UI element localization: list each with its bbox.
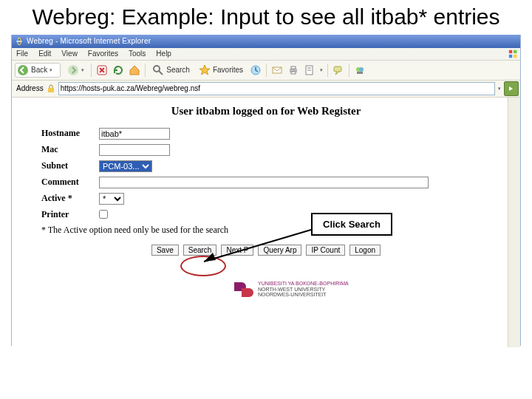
save-button[interactable]: Save [151,245,179,256]
highlight-ellipse [180,256,226,276]
query-button[interactable]: Query Arp [258,245,301,256]
footnote: * The Active option need only be used fo… [41,225,491,236]
chevron-down-icon: ▾ [320,67,323,73]
label-mac: Mac [41,144,99,155]
univ-line3: NOORDWES-UNIVERSITEIT [258,292,349,298]
windows-flag-icon [507,49,520,59]
address-label: Address [16,84,44,92]
label-printer: Printer [41,209,99,220]
page-viewport: User itbabm logged on for Web Register H… [12,98,520,347]
discuss-icon[interactable] [332,64,344,76]
scrollbar[interactable] [508,98,520,347]
separator [349,64,349,77]
svg-point-21 [359,67,364,72]
browser-title-text: Webreg - Microsoft Internet Explorer [27,37,151,45]
browser-window: Webreg - Microsoft Internet Explorer Fil… [11,35,521,346]
toolbar: Back ▾ ▾ Search [12,61,520,81]
label-subnet: Subnet [41,160,99,171]
menu-favorites[interactable]: Favorites [86,50,120,58]
svg-rect-15 [291,72,296,74]
lock-icon [47,84,55,93]
printer-checkbox[interactable] [99,210,108,219]
print-icon[interactable] [287,64,299,76]
univ-line2: NORTH-WEST UNIVERSITY [258,287,349,293]
mail-icon[interactable] [271,64,283,76]
history-icon[interactable] [250,64,262,76]
search-label: Search [166,66,190,74]
active-select[interactable]: * [99,193,124,205]
favorites-label: Favorites [213,66,243,74]
subnet-select[interactable]: PCM-03... [99,160,152,172]
back-icon [17,64,29,76]
browser-titlebar: Webreg - Microsoft Internet Explorer [12,35,520,48]
svg-rect-5 [514,54,516,57]
svg-rect-4 [509,54,512,57]
forward-button[interactable]: ▾ [65,64,86,77]
search-button[interactable]: Search [183,245,217,256]
separator [327,64,328,77]
label-active: Active * [41,193,99,204]
address-bar: Address ▾ [12,81,520,98]
next-button[interactable]: Next P [221,245,253,256]
menu-help[interactable]: Help [154,50,173,58]
logon-button[interactable]: Logon [349,245,381,256]
messenger-icon[interactable] [354,64,366,76]
stop-icon[interactable] [96,64,108,76]
separator [91,64,92,77]
svg-rect-14 [291,66,296,69]
svg-rect-22 [357,72,363,74]
back-label: Back [31,66,47,74]
menu-tools[interactable]: Tools [127,50,147,58]
favorites-button[interactable]: Favorites [197,64,245,77]
label-comment: Comment [41,177,99,188]
menu-view[interactable]: View [60,50,79,58]
nwu-mark-icon [230,281,253,299]
separator [145,64,146,77]
back-button[interactable]: Back ▾ [15,63,61,78]
chevron-down-icon[interactable]: ▾ [498,86,501,92]
mac-field[interactable] [99,144,170,156]
chevron-down-icon: ▾ [50,67,52,73]
svg-rect-3 [514,50,516,52]
chevron-down-icon: ▾ [81,67,84,73]
svg-line-10 [159,71,163,75]
search-button[interactable]: Search [150,64,192,77]
ie-logo-icon [15,37,24,46]
star-icon [199,64,211,76]
svg-rect-23 [48,88,54,92]
menu-file[interactable]: File [15,50,30,58]
slide-title: Webreg: Example: Input to see all itbab*… [0,4,532,30]
hostname-field[interactable] [99,128,170,140]
home-icon[interactable] [129,64,140,76]
univ-line1: YUNIBESITI YA BOKONE-BOPHIRIMA [258,281,349,287]
label-hostname: Hostname [41,128,99,139]
svg-point-7 [68,65,78,75]
go-button[interactable] [504,81,519,96]
separator [266,64,267,77]
university-logo: YUNIBESITI YA BOKONE-BOPHIRIMA NORTH-WES… [230,281,349,299]
menu-edit[interactable]: Edit [37,50,52,58]
address-input[interactable] [58,82,495,95]
page-heading: User itbabm logged on for Web Register [41,105,491,117]
svg-rect-2 [509,50,512,52]
ipcount-button[interactable]: IP Count [306,245,345,256]
svg-rect-19 [334,66,341,72]
forward-icon [67,64,79,76]
button-row: Save Search Next P Query Arp IP Count Lo… [41,245,491,256]
callout-box: Click Search [311,213,392,236]
svg-point-9 [154,66,160,72]
comment-field[interactable] [99,177,429,188]
edit-icon[interactable] [304,64,316,76]
search-icon [152,64,164,76]
svg-point-6 [18,65,28,75]
menubar: File Edit View Favorites Tools Help [12,48,520,61]
refresh-icon[interactable] [112,64,124,76]
